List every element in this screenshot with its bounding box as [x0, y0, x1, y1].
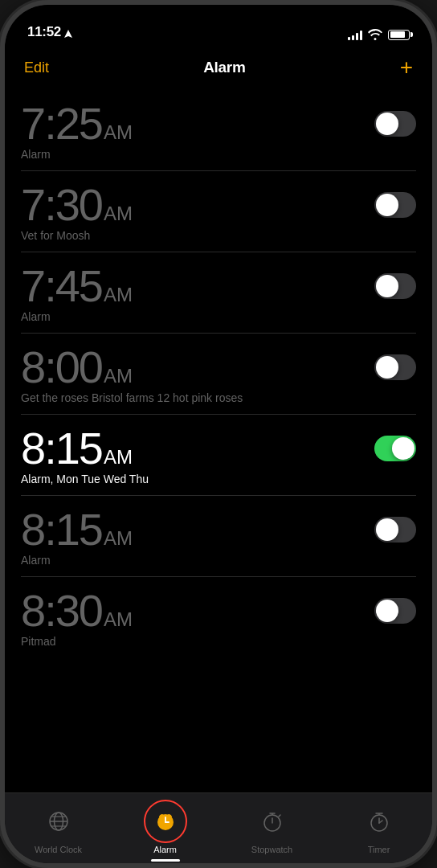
screen: 11:52 Edit — [5, 5, 432, 863]
location-arrow-icon — [64, 30, 72, 39]
alarm-item[interactable]: 8:15AM Alarm — [21, 496, 416, 577]
alarm-time: 7:25AM — [21, 101, 133, 146]
alarm-list: 7:25AM Alarm 7:30AM — [5, 90, 432, 792]
alarm-label: Alarm — [21, 148, 416, 161]
alarm-clock-icon — [153, 809, 178, 833]
globe-icon — [47, 810, 70, 833]
alarm-label: Alarm — [21, 554, 416, 567]
stopwatch-icon — [261, 810, 284, 833]
tab-world-clock[interactable]: World Clock — [5, 801, 112, 854]
alarm-item[interactable]: 8:30AM Pitmad — [21, 577, 416, 657]
stopwatch-icon-wrap — [252, 801, 292, 841]
alarm-toggle[interactable] — [374, 192, 416, 218]
alarm-item[interactable]: 7:30AM Vet for Moosh — [21, 171, 416, 252]
battery-icon — [388, 30, 410, 40]
alarm-icon-wrap — [145, 801, 186, 841]
svg-point-9 — [160, 815, 162, 817]
tab-bar: World Clock — [5, 792, 432, 863]
alarm-label: Pitmad — [21, 635, 416, 648]
phone-frame: 11:52 Edit — [0, 0, 437, 868]
alarm-toggle[interactable] — [374, 598, 416, 624]
alarm-time: 8:00AM — [21, 345, 133, 390]
alarm-time: 7:45AM — [21, 264, 133, 309]
alarm-time: 7:30AM — [21, 182, 133, 227]
notch — [154, 5, 283, 32]
signal-bars-icon — [348, 30, 362, 40]
alarm-item[interactable]: 8:15AM Alarm, Mon Tue Wed Thu — [21, 415, 416, 496]
tab-timer-label: Timer — [368, 845, 390, 854]
tab-alarm[interactable]: Alarm — [112, 801, 218, 862]
timer-icon — [368, 810, 390, 833]
alarm-item[interactable]: 8:00AM Get the roses Bristol farms 12 ho… — [21, 334, 416, 415]
svg-point-10 — [169, 815, 171, 817]
alarm-toggle[interactable] — [374, 111, 416, 137]
alarm-label: Get the roses Bristol farms 12 hot pink … — [21, 391, 416, 404]
nav-bar: Edit Alarm + — [5, 45, 432, 90]
alarm-item[interactable]: 7:25AM Alarm — [21, 90, 416, 171]
tab-stopwatch[interactable]: Stopwatch — [218, 801, 325, 854]
tab-world-clock-label: World Clock — [35, 845, 82, 854]
status-icons — [348, 29, 410, 40]
alarm-label: Alarm — [21, 310, 416, 323]
alarm-toggle[interactable] — [374, 354, 416, 380]
tab-active-indicator — [151, 859, 180, 862]
alarm-time: 8:15AM — [21, 426, 133, 471]
alarm-label: Alarm, Mon Tue Wed Thu — [21, 473, 416, 485]
alarm-time: 8:30AM — [21, 588, 133, 633]
nav-title: Alarm — [49, 59, 400, 76]
alarm-item[interactable]: 7:45AM Alarm — [21, 252, 416, 334]
edit-button[interactable]: Edit — [24, 59, 49, 76]
timer-icon-wrap — [359, 801, 399, 841]
add-alarm-button[interactable]: + — [400, 56, 413, 79]
tab-timer[interactable]: Timer — [325, 801, 432, 854]
status-time: 11:52 — [27, 24, 61, 40]
tab-stopwatch-label: Stopwatch — [251, 845, 292, 854]
alarm-toggle[interactable] — [374, 273, 416, 299]
svg-line-15 — [279, 815, 280, 817]
alarm-label: Vet for Moosh — [21, 229, 416, 242]
tab-alarm-label: Alarm — [153, 845, 177, 854]
wifi-icon — [368, 29, 382, 40]
alarm-toggle[interactable] — [374, 517, 416, 542]
alarm-toggle[interactable] — [374, 436, 416, 461]
alarm-time: 8:15AM — [21, 507, 133, 552]
world-clock-icon-wrap — [39, 801, 79, 841]
